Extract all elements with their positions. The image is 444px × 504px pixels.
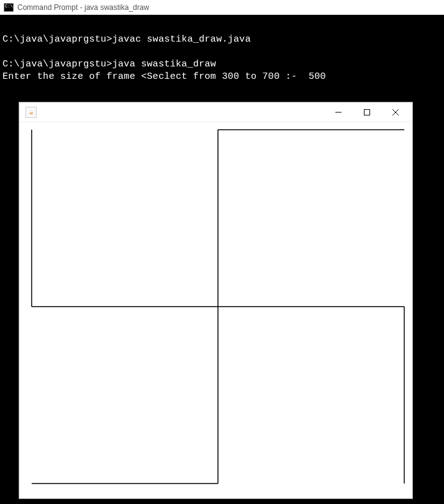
minimize-icon xyxy=(335,109,342,116)
close-icon xyxy=(392,109,399,116)
java-window-titlebar[interactable]: ☕ xyxy=(19,102,412,122)
console-line: C:\java\javaprgstu>java swastika_draw xyxy=(2,58,442,71)
command-prompt-icon xyxy=(4,3,14,12)
maximize-button[interactable] xyxy=(353,103,381,122)
swastika-drawing xyxy=(19,122,414,500)
command-prompt-titlebar: Command Prompt - java swastika_draw xyxy=(0,0,444,15)
console-line: Enter the size of frame <Seclect from 30… xyxy=(2,71,442,83)
console-output: C:\java\javaprgstu>javac swastika_draw.j… xyxy=(0,15,444,504)
maximize-icon xyxy=(363,109,371,116)
console-line: C:\java\javaprgstu>javac swastika_draw.j… xyxy=(2,34,442,46)
command-prompt-title: Command Prompt - java swastika_draw xyxy=(17,3,149,12)
drawing-canvas xyxy=(19,122,412,498)
java-icon: ☕ xyxy=(25,107,37,118)
java-swing-window[interactable]: ☕ xyxy=(19,102,413,499)
close-button[interactable] xyxy=(381,103,410,122)
svg-rect-1 xyxy=(365,109,370,115)
window-control-group xyxy=(324,103,410,122)
minimize-button[interactable] xyxy=(324,103,353,122)
